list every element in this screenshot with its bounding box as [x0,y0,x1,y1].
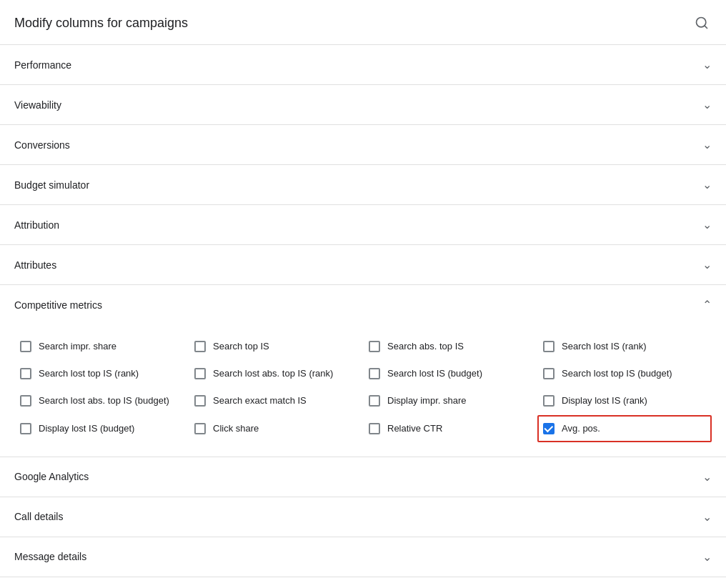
metric-item-search-lost-abs-top-is-budget[interactable]: Search lost abs. top IS (budget) [14,387,189,414]
section-label-google-analytics: Google Analytics [14,471,89,482]
metric-label-search-abs-top-is: Search abs. top IS [387,340,464,353]
metric-item-search-lost-top-is-rank[interactable]: Search lost top IS (rank) [14,360,189,387]
section-row-call-details[interactable]: Call details ⌄ [0,497,726,537]
section-row-google-analytics[interactable]: Google Analytics ⌄ [0,457,726,497]
metric-label-search-impr-share: Search impr. share [39,340,116,353]
metric-label-search-top-is: Search top IS [213,340,269,353]
checkbox-search-lost-is-rank[interactable] [543,341,555,352]
checkbox-search-lost-abs-top-is-rank[interactable] [194,368,206,379]
checkbox-click-share[interactable] [194,423,206,434]
metric-item-search-lost-abs-top-is-rank[interactable]: Search lost abs. top IS (rank) [189,360,363,387]
chevron-down-icon-viewability: ⌄ [702,98,712,111]
metric-label-search-lost-abs-top-is-rank: Search lost abs. top IS (rank) [213,367,333,380]
checkbox-search-abs-top-is[interactable] [369,341,380,352]
metric-label-avg-pos: Avg. pos. [562,422,600,435]
metric-label-relative-ctr: Relative CTR [387,422,442,435]
checkbox-search-impr-share[interactable] [20,341,31,352]
metric-item-display-lost-is-budget[interactable]: Display lost IS (budget) [14,415,189,442]
checkbox-search-lost-top-is-budget[interactable] [543,368,555,379]
metric-item-search-top-is[interactable]: Search top IS [189,333,363,360]
checkbox-search-lost-abs-top-is-budget[interactable] [20,395,31,407]
section-label-attributes: Attributes [14,259,56,271]
chevron-down-icon-google-analytics: ⌄ [702,470,712,484]
checkbox-search-lost-is-budget[interactable] [369,368,380,379]
chevron-down-icon-performance: ⌄ [702,58,712,71]
metric-label-search-lost-top-is-rank: Search lost top IS (rank) [39,367,139,380]
chevron-down-icon-budget-simulator: ⌄ [702,178,712,191]
metric-label-search-lost-is-rank: Search lost IS (rank) [562,340,647,353]
metric-label-display-lost-is-rank: Display lost IS (rank) [562,394,647,407]
metric-item-display-lost-is-rank[interactable]: Display lost IS (rank) [537,387,712,414]
collapsed-sections-top: Performance ⌄ Viewability ⌄ Conversions … [0,45,726,285]
metric-item-click-share[interactable]: Click share [189,415,363,442]
checkbox-display-impr-share[interactable] [369,395,380,407]
section-row-attributes[interactable]: Attributes ⌄ [0,245,726,285]
metric-label-display-lost-is-budget: Display lost IS (budget) [39,422,134,435]
checkbox-display-lost-is-budget[interactable] [20,423,31,434]
metric-item-display-impr-share[interactable]: Display impr. share [363,387,537,414]
section-row-message-details[interactable]: Message details ⌄ [0,537,726,577]
checkbox-display-lost-is-rank[interactable] [543,395,555,407]
metric-label-search-lost-is-budget: Search lost IS (budget) [387,367,482,380]
section-label-budget-simulator: Budget simulator [14,179,89,191]
section-label-call-details: Call details [14,511,63,522]
checkbox-search-exact-match-is[interactable] [194,395,206,407]
metrics-grid: Search impr. shareSearch top ISSearch ab… [0,324,726,457]
modal-title: Modify columns for campaigns [14,16,188,31]
metric-label-display-impr-share: Display impr. share [387,394,467,407]
chevron-down-icon-message-details: ⌄ [702,550,712,564]
chevron-down-icon-call-details: ⌄ [702,510,712,524]
section-label-conversions: Conversions [14,139,70,151]
section-row-performance[interactable]: Performance ⌄ [0,45,726,85]
chevron-up-icon: ⌃ [702,298,712,312]
checkbox-relative-ctr[interactable] [369,423,380,434]
metric-label-click-share: Click share [213,422,259,435]
chevron-down-icon-attributes: ⌄ [702,258,712,271]
metric-item-search-lost-top-is-budget[interactable]: Search lost top IS (budget) [537,360,712,387]
metric-item-search-lost-is-budget[interactable]: Search lost IS (budget) [363,360,537,387]
section-row-conversions[interactable]: Conversions ⌄ [0,125,726,165]
section-row-attribution[interactable]: Attribution ⌄ [0,205,726,245]
metric-item-search-exact-match-is[interactable]: Search exact match IS [189,387,363,414]
checkbox-avg-pos[interactable] [543,423,555,434]
svg-line-1 [705,26,707,29]
search-button[interactable] [692,13,712,33]
chevron-down-icon-attribution: ⌄ [702,218,712,231]
metric-item-relative-ctr[interactable]: Relative CTR [363,415,537,442]
section-label-viewability: Viewability [14,99,61,111]
metric-label-search-lost-top-is-budget: Search lost top IS (budget) [562,367,672,380]
competitive-metrics-label: Competitive metrics [14,299,102,311]
collapsed-sections-bottom: Google Analytics ⌄ Call details ⌄ Messag… [0,457,726,577]
competitive-metrics-header[interactable]: Competitive metrics ⌃ [0,285,726,324]
section-label-performance: Performance [14,59,71,71]
metric-item-avg-pos[interactable]: Avg. pos. [537,415,712,442]
metric-item-search-impr-share[interactable]: Search impr. share [14,333,189,360]
checkbox-search-lost-top-is-rank[interactable] [20,368,31,379]
section-row-viewability[interactable]: Viewability ⌄ [0,85,726,125]
metric-label-search-lost-abs-top-is-budget: Search lost abs. top IS (budget) [39,394,169,407]
metric-item-search-abs-top-is[interactable]: Search abs. top IS [363,333,537,360]
section-label-attribution: Attribution [14,219,59,231]
section-label-message-details: Message details [14,551,86,562]
metric-label-search-exact-match-is: Search exact match IS [213,394,307,407]
metric-item-search-lost-is-rank[interactable]: Search lost IS (rank) [537,333,712,360]
section-row-budget-simulator[interactable]: Budget simulator ⌄ [0,165,726,205]
checkbox-search-top-is[interactable] [194,341,206,352]
competitive-metrics-section: Competitive metrics ⌃ Search impr. share… [0,285,726,457]
chevron-down-icon-conversions: ⌄ [702,138,712,151]
modal-header: Modify columns for campaigns [0,0,726,45]
search-icon [695,16,709,30]
